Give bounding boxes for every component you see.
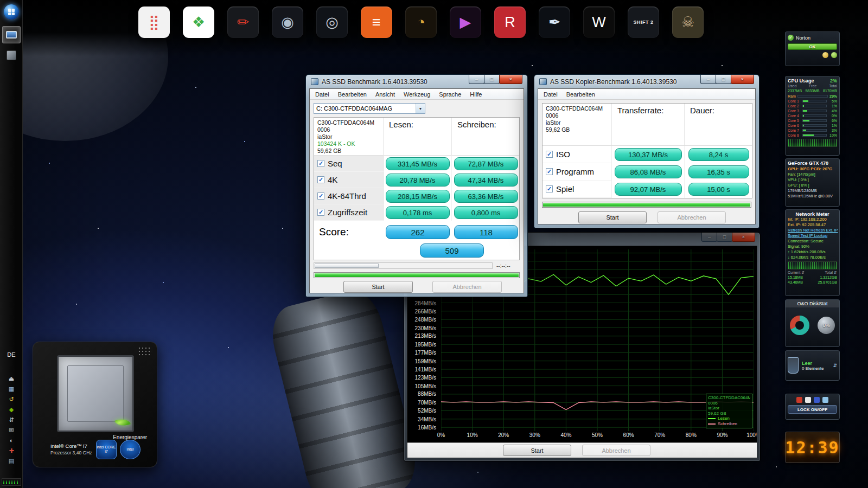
norton-update-button[interactable] (831, 52, 837, 58)
security-tray-icon[interactable]: ✚ (6, 446, 17, 455)
mail-tray-icon[interactable]: ✉ (6, 425, 17, 435)
network-gadget-title: Network Meter (795, 211, 829, 217)
start-button[interactable] (4, 4, 19, 20)
disc-gear-icon[interactable]: ◎ (316, 7, 348, 38)
color-palette-icon[interactable]: ⣿ (138, 7, 170, 38)
menu-item-werkzeug[interactable]: Werkzeug (399, 90, 435, 99)
ram-label: Ram (788, 94, 796, 98)
graphics-tray-icon[interactable]: ◆ (6, 404, 17, 414)
zombie-game-icon[interactable]: ☠ (672, 7, 704, 38)
minimize-icon[interactable]: – (700, 75, 716, 84)
iso-checkbox[interactable]: ✓ (546, 151, 553, 158)
gold-swirl-icon[interactable]: ◔ (405, 7, 437, 38)
quill-icon[interactable]: ✒ (539, 7, 570, 38)
score-write-value: 118 (454, 225, 518, 239)
recycle-bin-gadget[interactable]: Leer 0 Elemente ⇵ (785, 350, 840, 381)
close-icon[interactable]: × (499, 75, 522, 84)
copy-rows: ✓ISO130,37 MB/s8,24 s✓Programm86,08 MB/s… (542, 146, 752, 198)
drive-select-combo[interactable]: C: C300-CTFDDAC064MAG ▼ (314, 103, 425, 114)
copy-duration-cell: 15,00 s (685, 181, 753, 198)
display-app-icon (6, 31, 17, 38)
menu-item-bearbeiten[interactable]: Bearbeiten (334, 90, 371, 99)
taskbar-item-active-app[interactable] (2, 26, 21, 43)
shift2-game-icon[interactable]: SHIFT 2 (628, 7, 659, 38)
menu-item-ansicht[interactable]: Ansicht (371, 90, 399, 99)
minimize-icon[interactable]: – (469, 75, 484, 84)
lock-toggle-button[interactable]: LOCK ON/OFF (788, 405, 837, 414)
y-axis-label: 16MB/s (418, 425, 436, 431)
4k-checkbox[interactable]: ✓ (317, 176, 324, 183)
display-settings-tray-icon[interactable]: ▦ (6, 384, 17, 394)
network-action-link[interactable]: Refresh Net Refresh Ext. IP (788, 228, 837, 233)
programm-checkbox[interactable]: ✓ (546, 168, 553, 175)
transfer-rate-column-header: Transferrate: (612, 104, 685, 145)
menu-item-datei[interactable]: Datei (539, 90, 562, 99)
4k-64thrd-checkbox[interactable]: ✓ (317, 192, 324, 200)
benchmark-scrollbar[interactable] (314, 262, 493, 269)
lock-gadget-icon[interactable] (805, 397, 811, 403)
orange-list-icon[interactable]: ≡ (361, 7, 392, 38)
seq-checkbox[interactable]: ✓ (317, 160, 324, 167)
chevron-down-icon[interactable]: ▼ (416, 104, 425, 113)
taskbar-item-app[interactable] (2, 47, 21, 64)
scrollbar-thumb[interactable] (315, 264, 379, 268)
lock-gadget-icon[interactable] (822, 397, 828, 403)
close-icon[interactable]: × (731, 75, 754, 84)
menu-item-bearbeiten[interactable]: Bearbeiten (562, 90, 599, 99)
cpu-name: Intel® Core™ i7 (50, 443, 92, 450)
maximize-icon[interactable]: □ (484, 75, 500, 84)
maximize-icon[interactable]: □ (716, 75, 731, 84)
copy-cancel-button[interactable]: Abbrechen (658, 211, 726, 223)
legend-info-line: iaStor (708, 406, 750, 411)
network-tray-icon[interactable]: ⇵ (6, 415, 17, 425)
cpu-core-label: Core 6 (788, 124, 801, 127)
word-wideweb-icon[interactable]: W (583, 7, 615, 38)
bench-4k-read-value: 20,78 MB/s (386, 174, 450, 187)
disc-copy-icon[interactable]: ◉ (272, 7, 303, 38)
norton-title: Norton (796, 35, 810, 41)
benchmark-cancel-button[interactable]: Abbrechen (432, 281, 502, 293)
x-axis-label: 90% (713, 432, 731, 438)
menu-item-hilfe[interactable]: Hilfe (465, 90, 486, 99)
windows-logo-icon (8, 9, 15, 15)
benchmark-start-button[interactable]: Start (343, 281, 413, 293)
lock-gadget-icon[interactable] (796, 397, 802, 403)
clock-gadget: 12:39 (785, 432, 840, 463)
norton-gadget: ✓ Norton OK (785, 31, 840, 66)
cpu-core-percent: 1% (828, 104, 837, 108)
shapes-icon[interactable]: ❖ (183, 7, 214, 38)
minimize-icon[interactable]: – (701, 233, 717, 242)
drive-capacity: 59,62 GB (317, 147, 380, 155)
volume-tray-icon[interactable]: ◐ (6, 435, 17, 445)
lock-gadget-icon[interactable] (814, 397, 820, 403)
cpu-core-percent: 3% (828, 129, 837, 132)
maximize-icon[interactable]: □ (717, 233, 732, 242)
disc-burner-icon[interactable]: ✏ (227, 7, 259, 38)
graph-cancel-button[interactable]: Abbrechen (582, 445, 650, 456)
cpu-gadget-title: CPU Usage (788, 78, 814, 84)
recycle-actions-icon[interactable]: ⇵ (833, 363, 837, 368)
norton-settings-button[interactable] (822, 52, 828, 58)
letter-r-icon[interactable]: R (494, 7, 526, 38)
zombie-game-icon-glyph: ☠ (681, 15, 694, 30)
norton-check-icon: ✓ (788, 35, 794, 41)
spiel-checkbox[interactable]: ✓ (546, 185, 553, 192)
app-icon (539, 78, 547, 85)
y-axis-label: 230MB/s (415, 325, 436, 331)
close-icon[interactable]: × (732, 233, 755, 242)
copy-table-header: C300-CTFDDAC064M 0006 iaStor 59,62 GB Tr… (542, 104, 752, 146)
media-player-icon[interactable]: ▶ (450, 7, 481, 38)
storage-tray-icon[interactable]: ▤ (6, 456, 17, 466)
network-info-line: ↓ 624.0bit/s 78.00B/s (788, 255, 837, 260)
copy-start-button[interactable]: Start (578, 211, 647, 223)
update-tray-icon[interactable]: ↺ (6, 394, 17, 404)
bench-value-cell: 20,78 MB/s (384, 172, 452, 188)
network-action-link[interactable]: Speed Test IP Lookup (788, 233, 837, 239)
menu-item-sprache[interactable]: Sprache (435, 90, 465, 99)
language-indicator[interactable]: DE (0, 351, 23, 358)
graph-start-button[interactable]: Start (503, 445, 571, 456)
bench-value-cell: 72,87 MB/s (452, 156, 520, 172)
menu-item-datei[interactable]: Datei (311, 90, 334, 99)
zugriffszeit-checkbox[interactable]: ✓ (317, 209, 324, 216)
eject-tray-icon[interactable]: ⏏ (6, 374, 17, 383)
